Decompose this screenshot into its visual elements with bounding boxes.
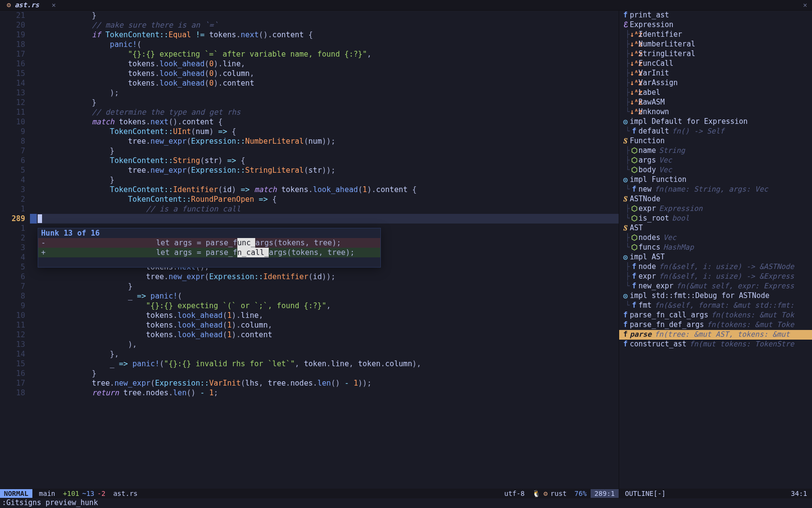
code-line[interactable]: 6 TokenContent::String(str) => {: [0, 156, 619, 165]
code-line[interactable]: 1 // is a function call: [0, 204, 619, 214]
code-line[interactable]: 19 if TokenContent::Equal != tokens.next…: [0, 30, 619, 40]
outline-item[interactable]: ◎ impl Default for Expression: [619, 117, 812, 127]
hunk-preview-float: Hunk 13 of 16 - let args = parse_func_ar…: [38, 228, 381, 268]
code-line[interactable]: 7 }: [0, 282, 619, 291]
outline-item[interactable]: └↓ᴬᴢ Unknown: [619, 107, 812, 117]
outline-item[interactable]: └f defaultfn() -> Self: [619, 127, 812, 136]
mode-indicator: NORMAL: [0, 489, 32, 498]
encoding: utf-8: [500, 489, 528, 498]
code-line[interactable]: 10 match tokens.next().content {: [0, 117, 619, 127]
code-line[interactable]: 13 ),: [0, 340, 619, 349]
outline-item[interactable]: ℰ Expression: [619, 20, 812, 30]
outline-item[interactable]: └⬡ is_rootbool: [619, 214, 812, 224]
git-diff-stats: +101 ~13 -2: [59, 489, 109, 498]
code-line[interactable]: 5 tree.new_expr(Expression::StringLitera…: [0, 165, 619, 175]
command-line[interactable]: :Gitsigns preview_hunk: [0, 498, 812, 508]
outline-item[interactable]: ├↓ᴬᴢ RawASM: [619, 98, 812, 107]
outline-item[interactable]: ├↓ᴬᴢ VarAssign: [619, 78, 812, 88]
outline-item[interactable]: f parse_fn_def_argsfn(tokens: &mut Toke: [619, 320, 812, 330]
scroll-percent: 76%: [571, 489, 591, 498]
code-line[interactable]: 12 }: [0, 98, 619, 107]
code-line[interactable]: 2 TokenContent::RoundParenOpen => {: [0, 194, 619, 204]
tab-close-icon[interactable]: ✕: [52, 0, 56, 9]
code-line[interactable]: 4 }: [0, 175, 619, 185]
code-line[interactable]: 17 tree.new_expr(Expression::VarInit(lhs…: [0, 378, 619, 388]
status-filename: ast.rs: [109, 489, 142, 498]
outline-item[interactable]: ├↓ᴬᴢ FuncCall: [619, 59, 812, 69]
outline-item[interactable]: 𝑺 ASTNode: [619, 194, 812, 204]
editor-pane[interactable]: 21 }20 // make sure there is an `=`19 if…: [0, 11, 619, 489]
tab-ast-rs[interactable]: ⚙ ast.rs ✕: [2, 0, 60, 9]
outline-item[interactable]: └⬡ bodyVec: [619, 165, 812, 175]
outline-position: 34:1: [787, 489, 812, 498]
hunk-added-line: + let args = parse_fn_call_args(tokens, …: [38, 248, 380, 257]
code-line[interactable]: 8 _ => panic!(: [0, 291, 619, 301]
window-close-icon[interactable]: ✕: [800, 0, 810, 9]
outline-item[interactable]: f parse_fn_call_argsfn(tokens: &mut Tok: [619, 311, 812, 320]
tab-filename: ast.rs: [14, 0, 39, 9]
code-line[interactable]: 18 return tree.nodes.len() - 1;: [0, 388, 619, 398]
outline-item[interactable]: ├↓ᴬᴢ Label: [619, 88, 812, 98]
code-line[interactable]: 9 "{}:{} expecting `(` or `;`, found {:?…: [0, 301, 619, 311]
outline-pane[interactable]: f print_astℰ Expression ├↓ᴬᴢ Identifier …: [619, 11, 812, 489]
code-line[interactable]: 9 TokenContent::UInt(num) => {: [0, 127, 619, 136]
outline-item[interactable]: ├↓ᴬᴢ VarInit: [619, 69, 812, 78]
hunk-title: Hunk 13 of 16: [41, 228, 100, 238]
outline-item[interactable]: ├↓ᴬᴢ NumberLiteral: [619, 40, 812, 49]
hunk-removed-line: - let args = parse_func_args(tokens, tre…: [38, 238, 380, 248]
os-icon: 🐧: [532, 489, 540, 498]
outline-item[interactable]: ├⬡ nameString: [619, 146, 812, 156]
code-line[interactable]: 15 tokens.look_ahead(0).column,: [0, 69, 619, 78]
code-line[interactable]: 14 },: [0, 349, 619, 359]
outline-item[interactable]: 𝑺 Function: [619, 136, 812, 146]
code-line[interactable]: 3 TokenContent::Identifier(id) => match …: [0, 185, 619, 194]
outline-item[interactable]: ◎ impl std::fmt::Debug for ASTNode: [619, 291, 812, 301]
outline-title: OUTLINE[-]: [619, 489, 669, 498]
filetype: 🐧 ⚙ rust: [528, 489, 570, 498]
outline-item[interactable]: └f new_exprfn(&mut self, expr: Express: [619, 282, 812, 291]
outline-item[interactable]: └f newfn(name: String, args: Vec: [619, 185, 812, 194]
code-line[interactable]: 14 tokens.look_ahead(0).content: [0, 78, 619, 88]
outline-item[interactable]: ◎ impl AST: [619, 253, 812, 262]
outline-item[interactable]: ├f exprfn(&self, i: usize) -> &Express: [619, 272, 812, 282]
outline-item[interactable]: ├↓ᴬᴢ Identifier: [619, 30, 812, 40]
outline-item[interactable]: └f fmtfn(&self, format: &mut std::fmt:: [619, 301, 812, 311]
tabline: ⚙ ast.rs ✕ ✕: [0, 0, 812, 11]
code-line[interactable]: 16 tokens.look_ahead(0).line,: [0, 59, 619, 69]
outline-item[interactable]: f construct_astfn(mut tokens: TokenStre: [619, 340, 812, 349]
app-root: ⚙ ast.rs ✕ ✕ 21 }20 // make sure there i…: [0, 0, 812, 508]
outline-item[interactable]: ├↓ᴬᴢ StringLiteral: [619, 49, 812, 59]
cursor-position: 289:1: [591, 489, 619, 498]
outline-item[interactable]: ├f nodefn(&self, i: usize) -> &ASTNode: [619, 262, 812, 272]
code-line[interactable]: 7 }: [0, 146, 619, 156]
outline-item[interactable]: ├⬡ argsVec: [619, 156, 812, 165]
outline-item[interactable]: ├⬡ exprExpression: [619, 204, 812, 214]
code-line[interactable]: 16 }: [0, 369, 619, 378]
code-line[interactable]: 15 _ => panic!("{}:{} invalid rhs for `l…: [0, 359, 619, 369]
filetype-icon: ⚙: [543, 489, 547, 498]
outline-item[interactable]: ◎ impl Function: [619, 175, 812, 185]
outline-item[interactable]: f print_ast: [619, 11, 812, 20]
code-line[interactable]: 11 // determine the type and get rhs: [0, 107, 619, 117]
code-line[interactable]: 21 }: [0, 11, 619, 20]
code-line[interactable]: 17 "{}:{} expecting `=` after variable n…: [0, 49, 619, 59]
outline-item[interactable]: ├⬡ nodesVec: [619, 233, 812, 243]
code-line[interactable]: 289: [0, 214, 619, 224]
code-line[interactable]: 20 // make sure there is an `=`: [0, 20, 619, 30]
rust-icon: ⚙: [7, 0, 11, 9]
main-area: 21 }20 // make sure there is an `=`19 if…: [0, 11, 812, 489]
statusline: NORMAL main +101 ~13 -2 ast.rs utf-8 🐧 ⚙…: [0, 489, 812, 498]
git-branch: main: [32, 489, 59, 498]
code-line[interactable]: 13 );: [0, 88, 619, 98]
outline-item[interactable]: └⬡ funcsHashMap: [619, 243, 812, 253]
code-line[interactable]: 8 tree.new_expr(Expression::NumberLitera…: [0, 136, 619, 146]
code-line[interactable]: 12 tokens.look_ahead(1).content: [0, 330, 619, 340]
outline-item[interactable]: 𝑺 AST: [619, 224, 812, 233]
code-line[interactable]: 11 tokens.look_ahead(1).column,: [0, 320, 619, 330]
code-line[interactable]: 10 tokens.look_ahead(1).line,: [0, 311, 619, 320]
outline-item[interactable]: f parsefn(tree: &mut AST, tokens: &mut: [619, 330, 812, 340]
code-line[interactable]: 6 tree.new_expr(Expression::Identifier(i…: [0, 272, 619, 282]
hunk-empty-line: [38, 257, 380, 267]
code-line[interactable]: 18 panic!(: [0, 40, 619, 49]
